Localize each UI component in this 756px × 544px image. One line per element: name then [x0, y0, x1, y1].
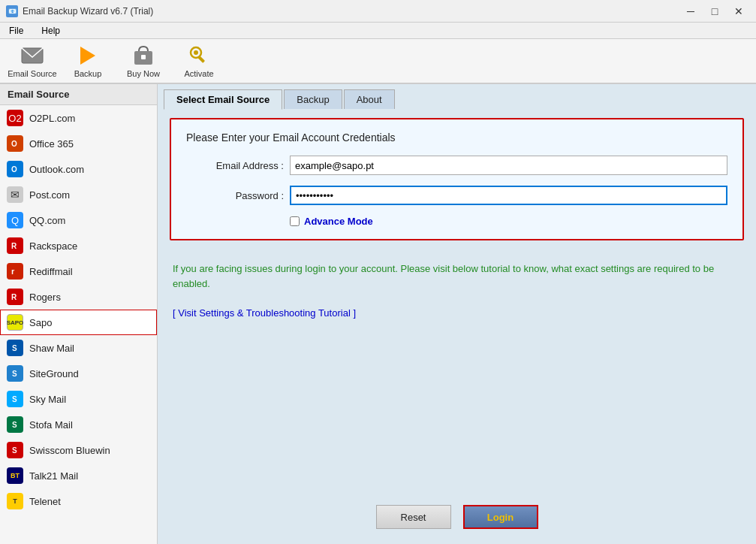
backup-icon — [76, 44, 100, 68]
svg-marker-1 — [80, 47, 95, 65]
toolbar: Email Source Backup Buy Now Activat — [0, 39, 756, 84]
toolbar-backup-label: Backup — [74, 69, 102, 78]
password-input[interactable] — [290, 186, 727, 205]
sidebar-item-stofa-label: Stofa Mail — [29, 419, 73, 431]
tab-backup[interactable]: Backup — [284, 89, 342, 109]
sidebar-item-telenet-label: Telenet — [29, 496, 61, 507]
content-area: Select Email Source Backup About Please … — [158, 84, 756, 544]
advance-mode-row: Advance Mode — [290, 216, 727, 227]
sidebar-item-talk21[interactable]: BT Talk21 Mail — [0, 463, 157, 488]
main-layout: Email Source O2 O2PL.com O Office 365 O … — [0, 84, 756, 544]
app-title: Email Backup Wizard v6.7 (Trial) — [23, 6, 153, 17]
rediffmail-icon: r — [7, 263, 23, 280]
credentials-form: Please Enter your Email Account Credenti… — [170, 118, 744, 240]
svg-point-5 — [194, 50, 198, 55]
svg-text:S: S — [12, 344, 17, 352]
toolbar-buy-now-label: Buy Now — [127, 69, 160, 78]
advance-mode-label[interactable]: Advance Mode — [304, 216, 373, 227]
menu-file[interactable]: File — [3, 24, 29, 38]
tab-select-email-source[interactable]: Select Email Source — [164, 89, 282, 110]
sidebar-item-rackspace[interactable]: R Rackspace — [0, 233, 157, 258]
svg-text:S: S — [12, 395, 17, 403]
sidebar-item-swisscom[interactable]: S Swisscom Bluewin — [0, 437, 157, 463]
sidebar-item-telenet[interactable]: T Telenet — [0, 488, 157, 514]
toolbar-email-source[interactable]: Email Source — [6, 41, 59, 80]
window-controls: ─ □ ✕ — [679, 4, 750, 19]
sidebar-item-rackspace-label: Rackspace — [29, 240, 77, 252]
sidebar-item-post[interactable]: ✉ Post.com — [0, 182, 157, 207]
toolbar-activate[interactable]: Activate — [173, 41, 225, 80]
toolbar-backup[interactable]: Backup — [62, 41, 114, 80]
sidebar-item-sapo-label: Sapo — [29, 317, 52, 328]
sidebar-item-post-label: Post.com — [29, 189, 70, 201]
close-button[interactable]: ✕ — [727, 4, 750, 19]
toolbar-email-source-label: Email Source — [8, 69, 56, 78]
minimize-button[interactable]: ─ — [679, 4, 702, 19]
sidebar-item-skymail[interactable]: S Sky Mail — [0, 386, 157, 412]
password-label: Password : — [186, 190, 284, 201]
tab-about[interactable]: About — [344, 89, 395, 109]
o2pl-icon: O2 — [7, 110, 23, 126]
sidebar-item-office365-label: Office 365 — [29, 138, 74, 150]
login-button[interactable]: Login — [463, 505, 538, 529]
menu-bar: File Help — [0, 23, 756, 39]
post-icon: ✉ — [7, 186, 23, 203]
activate-icon — [187, 44, 211, 68]
rogers-icon: R — [7, 289, 23, 305]
sidebar-item-office365[interactable]: O Office 365 — [0, 131, 157, 156]
email-source-icon — [20, 44, 44, 68]
email-label: Email Address : — [186, 160, 284, 171]
sidebar-item-shaw[interactable]: S Shaw Mail — [0, 335, 157, 361]
sidebar-item-qq-label: QQ.com — [29, 215, 65, 226]
sidebar-item-rogers[interactable]: R Rogers — [0, 284, 157, 310]
svg-text:r: r — [11, 267, 15, 276]
menu-help[interactable]: Help — [35, 24, 66, 38]
rackspace-icon: R — [7, 237, 23, 254]
svg-text:S: S — [12, 370, 17, 378]
buy-now-icon — [131, 44, 155, 68]
email-row: Email Address : — [186, 156, 727, 175]
title-bar: 📧 Email Backup Wizard v6.7 (Trial) ─ □ ✕ — [0, 0, 756, 23]
sidebar: Email Source O2 O2PL.com O Office 365 O … — [0, 84, 158, 544]
maximize-button[interactable]: □ — [703, 4, 726, 19]
reset-button[interactable]: Reset — [376, 505, 451, 529]
sidebar-item-shaw-label: Shaw Mail — [29, 343, 74, 354]
svg-text:R: R — [11, 242, 17, 250]
svg-rect-6 — [197, 56, 205, 63]
svg-text:O: O — [11, 140, 17, 148]
talk21-icon: BT — [7, 467, 23, 484]
swisscom-icon: S — [7, 442, 23, 458]
sidebar-item-swisscom-label: Swisscom Bluewin — [29, 445, 110, 456]
app-icon: 📧 — [6, 5, 18, 17]
info-section: If you are facing issues during login to… — [173, 261, 741, 320]
sapo-icon: SAPO — [7, 314, 23, 331]
sidebar-item-sapo[interactable]: SAPO Sapo — [0, 310, 157, 335]
sidebar-item-o2pl[interactable]: O2 O2PL.com — [0, 105, 157, 131]
svg-text:S: S — [12, 446, 17, 455]
password-row: Password : — [186, 186, 727, 205]
sidebar-list: O2 O2PL.com O Office 365 O Outlook.com ✉… — [0, 105, 157, 544]
sidebar-item-outlook-label: Outlook.com — [29, 164, 84, 175]
sidebar-item-skymail-label: Sky Mail — [29, 394, 66, 405]
sidebar-item-qq[interactable]: Q QQ.com — [0, 207, 157, 233]
sidebar-item-siteground-label: SiteGround — [29, 368, 79, 379]
sidebar-item-rediffmail[interactable]: r Rediffmail — [0, 258, 157, 284]
advance-mode-checkbox[interactable] — [290, 216, 300, 226]
stofa-icon: S — [7, 416, 23, 433]
office365-icon: O — [7, 135, 23, 152]
troubleshoot-link[interactable]: [ Visit Settings & Troubleshooting Tutor… — [173, 307, 356, 319]
sidebar-item-siteground[interactable]: S SiteGround — [0, 361, 157, 386]
form-title: Please Enter your Email Account Credenti… — [186, 131, 727, 144]
toolbar-buy-now[interactable]: Buy Now — [117, 41, 170, 80]
sidebar-item-talk21-label: Talk21 Mail — [29, 470, 78, 482]
svg-text:R: R — [11, 293, 17, 301]
outlook-icon: O — [7, 161, 23, 177]
sidebar-item-outlook[interactable]: O Outlook.com — [0, 156, 157, 182]
sidebar-item-o2pl-label: O2PL.com — [29, 113, 75, 124]
siteground-icon: S — [7, 365, 23, 382]
skymail-icon: S — [7, 391, 23, 407]
shaw-icon: S — [7, 340, 23, 356]
sidebar-item-rogers-label: Rogers — [29, 292, 61, 303]
sidebar-item-stofa[interactable]: S Stofa Mail — [0, 412, 157, 437]
email-input[interactable] — [290, 156, 727, 175]
